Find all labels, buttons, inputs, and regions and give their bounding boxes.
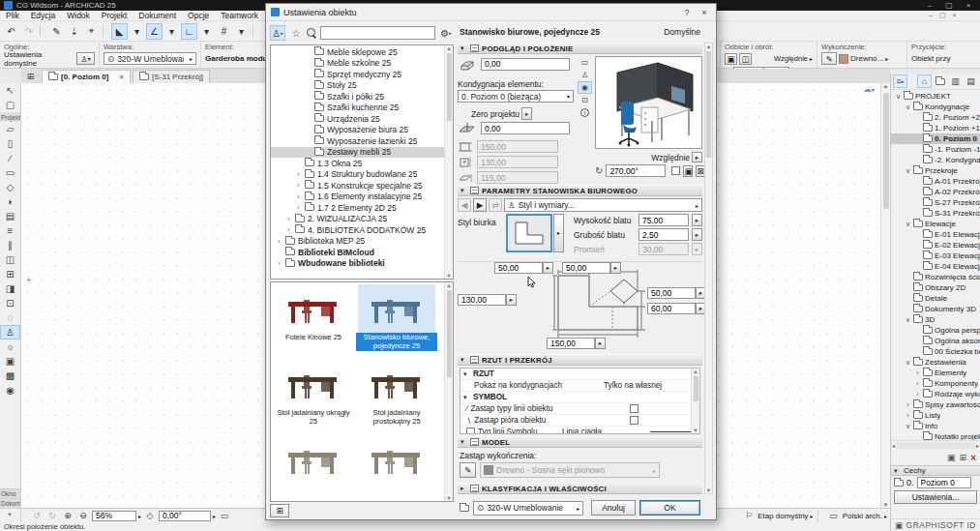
object-thumbnail[interactable]: [273, 435, 354, 502]
object-thumbnail[interactable]: Stół jadalniany okrągły 25: [273, 360, 354, 433]
section-classification[interactable]: ▸ KLASYFIKACJA I WŁAŚCIWOŚCI: [458, 483, 702, 494]
dim-bottom-input[interactable]: [547, 338, 595, 349]
expand-arrow-icon[interactable]: ›: [914, 391, 921, 398]
desk-shape-preview[interactable]: [506, 214, 552, 252]
library-tree-item[interactable]: › 1.6 Elementy instalacyjne 25: [271, 192, 453, 203]
navigator-tree-item[interactable]: -1. Poziom -1: [891, 144, 980, 155]
navigator-tree-item[interactable]: 2. Poziom +2: [891, 112, 980, 123]
zoom-flyout-icon[interactable]: ▸: [138, 513, 141, 519]
snap-guides-icon[interactable]: ∟: [181, 23, 197, 40]
grid-snap-icon[interactable]: #: [216, 23, 232, 40]
equipment-tool[interactable]: ▣: [0, 354, 20, 369]
inject-parameters-icon[interactable]: ⇣: [66, 23, 82, 40]
library-tree-item[interactable]: › 1.7 2 Elementy 2D 25: [271, 202, 453, 214]
pick-up-parameters-icon[interactable]: ✎: [48, 23, 65, 40]
section-collapse-icon[interactable]: ▾: [460, 187, 467, 194]
library-tree-item[interactable]: Szafki kuchenne 25: [271, 103, 453, 114]
settings-panel-scrollbar[interactable]: ▲▼: [704, 43, 713, 494]
collapse-arrow-icon[interactable]: ▾: [894, 467, 901, 475]
toolbar-icon[interactable]: [40, 24, 45, 38]
navigator-tree-item[interactable]: Ogólna aksonomet: [891, 336, 980, 346]
finish-flyout-icon[interactable]: ▸: [885, 55, 888, 62]
expand-arrow-icon[interactable]: ∨: [905, 167, 911, 175]
relative-flyout-icon[interactable]: ▸: [810, 55, 813, 62]
favorites-icon[interactable]: ☆: [288, 25, 304, 41]
menu-item[interactable]: Widok: [61, 11, 96, 20]
tab-close-icon[interactable]: ×: [119, 73, 124, 81]
toolbar-icon[interactable]: [252, 24, 258, 38]
library-tree-item[interactable]: Zestawy mebli 25: [271, 147, 453, 159]
navigator-tree-item[interactable]: E-04 Elewacja Z (Mo: [891, 261, 980, 272]
thumbnails-scrollbar[interactable]: ▲▼: [444, 282, 453, 501]
properties-header[interactable]: ▾ Cechy: [891, 465, 980, 476]
expand-arrow-icon[interactable]: ›: [295, 182, 302, 189]
navigator-tree-item[interactable]: Notatki projektu: [891, 431, 980, 440]
navigator-tree-item[interactable]: A-01 Przekrój (Mod: [891, 176, 980, 187]
grid-snap-menu-icon[interactable]: ▾: [233, 23, 250, 40]
navigator-tree-item[interactable]: E-03 Elewacja PD (M: [891, 251, 980, 261]
undo-icon[interactable]: ↶: [3, 23, 19, 40]
rotation-angle-input[interactable]: [606, 164, 666, 177]
expand-arrow-icon[interactable]: ›: [905, 401, 911, 408]
expand-arrow-icon[interactable]: ›: [914, 380, 921, 387]
roof-tool[interactable]: ◇: [0, 180, 20, 194]
spin-icon[interactable]: ▸: [543, 262, 553, 274]
shell-tool[interactable]: ◗: [0, 194, 20, 209]
navigator-tree-item[interactable]: Obszary 2D: [891, 282, 980, 293]
menu-item[interactable]: Teamwork: [215, 11, 264, 20]
navigator-tree-item[interactable]: E-02 Elewacja W (M: [891, 240, 980, 251]
navigator-tree-item[interactable]: ∨ Kondygnacje: [891, 102, 980, 112]
standard-flyout-icon[interactable]: ▸: [884, 513, 887, 519]
settings-gear-icon[interactable]: ⚙▸: [438, 25, 454, 41]
section-preview-position[interactable]: ▾ PODGLĄD I POŁOŻENIE: [458, 43, 702, 54]
doc-minimize-icon[interactable]: –: [929, 12, 933, 19]
navigator-tree-item[interactable]: S-31 Przekrój (Mod: [891, 208, 980, 219]
menu-item[interactable]: Plik: [0, 11, 25, 20]
zero-flyout-icon[interactable]: ▸: [521, 107, 532, 120]
override-linetype-row[interactable]: ∕ Zastąp typy linii obiektu: [460, 403, 699, 415]
menu-item[interactable]: Edycja: [25, 11, 62, 20]
library-tree-item[interactable]: › 4. BIBLIOTEKA DODATKÓW 25: [271, 224, 453, 236]
navigator-settings-button[interactable]: Ustawienia...: [894, 490, 977, 504]
window-tool[interactable]: ⊞: [0, 267, 20, 281]
menu-item[interactable]: Dokument: [133, 11, 182, 20]
ok-button[interactable]: OK: [639, 500, 700, 516]
rotate-cw-icon[interactable]: ◫: [739, 53, 752, 65]
dim-left-input[interactable]: [458, 294, 506, 306]
finish-override-icon[interactable]: ✎: [821, 52, 837, 65]
section-collapse-icon[interactable]: ▾: [460, 356, 467, 364]
expand-arrow-icon[interactable]: ›: [276, 260, 282, 267]
expand-arrow-icon[interactable]: ›: [285, 216, 292, 222]
door-tool[interactable]: ◨: [0, 281, 20, 296]
navigator-h-scrollbar[interactable]: ◂ ▸: [891, 440, 980, 450]
guide-lines-icon[interactable]: ◣: [111, 23, 128, 40]
skylight-tool[interactable]: ⊡: [0, 296, 20, 310]
library-tree-item[interactable]: Szafki i półki 25: [271, 91, 453, 103]
expand-arrow-icon[interactable]: ›: [295, 204, 302, 211]
library-tree-item[interactable]: Wyposażenie biura 25: [271, 125, 453, 136]
spin-icon[interactable]: ▸: [610, 262, 621, 274]
scroll-up-icon[interactable]: ▲: [883, 83, 889, 89]
section-expand-icon[interactable]: ▸: [460, 485, 467, 492]
tree-scrollbar[interactable]: ▲▼: [444, 45, 453, 279]
navigator-tree-item[interactable]: Detale: [891, 293, 980, 304]
dim-right1-input[interactable]: [647, 287, 696, 299]
library-tree-item[interactable]: Sprzęt medyczny 25: [271, 69, 453, 80]
scroll-right-icon[interactable]: ▸: [976, 442, 979, 449]
dimension-standard-icon[interactable]: ▭: [827, 510, 841, 521]
column-tool[interactable]: ▯: [0, 136, 20, 151]
spin-icon[interactable]: ▸: [595, 338, 606, 349]
scroll-left-icon[interactable]: ◂: [892, 442, 895, 449]
wall-tool[interactable]: ▱: [0, 122, 20, 136]
layer-selector[interactable]: ⊙ 320-W Umeblowanie ▸: [104, 52, 196, 65]
library-tree-item[interactable]: Biblioteki BIMcloud: [271, 247, 453, 258]
lamp-tool[interactable]: ☼: [0, 339, 20, 354]
object-thumbnail[interactable]: Stół jadalniany prostokątny 25: [356, 360, 437, 433]
expand-arrow-icon[interactable]: ∨: [905, 423, 911, 430]
library-tree-item[interactable]: Meble szkolne 25: [271, 58, 453, 70]
snap-guides-menu-icon[interactable]: ▾: [198, 23, 215, 40]
dialog-layer-select[interactable]: ⊙ 320-W Umeblowanie ▸: [473, 501, 583, 516]
plan-list-scrollbar[interactable]: ▲▼: [691, 369, 699, 433]
navigator-tree-item[interactable]: ∨ Zestawienia: [891, 357, 980, 368]
parameter-page-select[interactable]: ♙ Styl i wymiary... ▸: [504, 198, 702, 212]
